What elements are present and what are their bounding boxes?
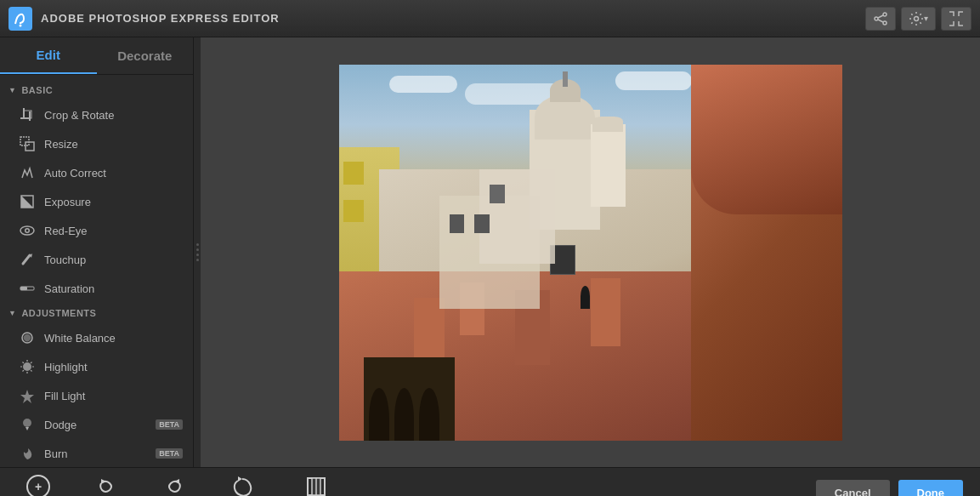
sidebar-item-dodge[interactable]: Dodge BETA xyxy=(0,410,193,439)
yellow-win2 xyxy=(343,200,364,223)
yellow-win1 xyxy=(343,162,364,185)
sidebar-scroll[interactable]: ▼ BASIC Crop & Rotate xyxy=(0,75,193,467)
settings-arrow: ▾ xyxy=(924,14,928,23)
section-basic[interactable]: ▼ BASIC xyxy=(0,80,193,100)
sidebar-item-white-balance[interactable]: White Balance xyxy=(0,323,193,352)
section-adjustments[interactable]: ▼ ADJUSTMENTS xyxy=(0,303,193,323)
svg-point-3 xyxy=(875,17,878,20)
view-original-tool[interactable]: View Original xyxy=(289,475,344,496)
sidebar-item-burn[interactable]: Burn BETA xyxy=(0,439,193,467)
svg-rect-20 xyxy=(20,287,27,290)
title-bar: ADOBE PHOTOSHOP EXPRESS EDITOR ▾ xyxy=(0,0,980,37)
svg-line-6 xyxy=(878,20,883,22)
basic-arrow: ▼ xyxy=(8,86,16,94)
app-logo xyxy=(8,7,32,31)
sidebar-item-red-eye[interactable]: Red-Eye xyxy=(0,216,193,245)
figure xyxy=(581,286,591,309)
dodge-beta-badge: BETA xyxy=(156,419,183,430)
svg-rect-12 xyxy=(20,137,29,145)
fill-light-icon xyxy=(19,387,36,404)
title-left: ADOBE PHOTOSHOP EXPRESS EDITOR xyxy=(8,7,280,31)
sidebar: Edit Decorate ▼ BASIC xyxy=(0,37,194,467)
burn-icon xyxy=(19,445,36,462)
title-right: ▾ xyxy=(865,7,972,31)
dodge-icon xyxy=(19,416,36,433)
bell-tower-top xyxy=(592,117,623,132)
sidebar-item-fill-light[interactable]: Fill Light xyxy=(0,381,193,410)
photo-container xyxy=(339,65,842,441)
edit-tabs: Edit Decorate xyxy=(0,37,193,75)
svg-point-7 xyxy=(915,16,919,20)
zoom-icon: + xyxy=(26,475,50,496)
exposure-icon xyxy=(19,193,36,210)
resize-icon xyxy=(19,135,36,152)
share-button[interactable] xyxy=(865,7,896,31)
cancel-button[interactable]: Cancel xyxy=(816,480,890,496)
bottom-tools: + Zoom Undo Redo xyxy=(17,475,344,496)
svg-point-22 xyxy=(23,362,31,371)
burn-beta-badge: BETA xyxy=(156,448,183,459)
terra-right-top xyxy=(691,65,842,215)
fullscreen-icon xyxy=(949,11,964,26)
bottom-actions: Cancel Done xyxy=(816,480,963,496)
svg-point-1 xyxy=(20,24,22,26)
auto-correct-icon xyxy=(19,164,36,181)
divider-handle xyxy=(196,243,199,261)
sidebar-item-exposure[interactable]: Exposure xyxy=(0,187,193,216)
sidebar-item-saturation[interactable]: Saturation xyxy=(0,274,193,303)
cloud3 xyxy=(615,71,692,90)
arch1 xyxy=(369,388,389,441)
white-wall2 xyxy=(479,169,555,264)
svg-marker-15 xyxy=(21,196,33,208)
touchup-icon xyxy=(19,251,36,268)
sidebar-item-highlight[interactable]: Highlight xyxy=(0,352,193,381)
wall-win2 xyxy=(474,214,490,233)
undo-icon xyxy=(94,475,118,496)
svg-marker-25 xyxy=(101,479,106,484)
sidebar-item-resize[interactable]: Resize xyxy=(0,129,193,158)
undo-tool[interactable]: Undo xyxy=(85,475,127,496)
done-button[interactable]: Done xyxy=(898,480,964,496)
sidebar-item-touchup[interactable]: Touchup xyxy=(0,245,193,274)
white-balance-icon xyxy=(19,329,36,346)
highlight-icon xyxy=(19,358,36,375)
bottom-toolbar: + Zoom Undo Redo xyxy=(0,467,980,496)
tab-decorate[interactable]: Decorate xyxy=(97,37,194,74)
svg-rect-10 xyxy=(29,111,31,121)
svg-rect-13 xyxy=(25,142,34,151)
reset-icon xyxy=(230,475,254,496)
reset-tool[interactable]: Reset xyxy=(221,475,263,496)
sidebar-item-auto-correct[interactable]: Auto Correct xyxy=(0,158,193,187)
wall-win3 xyxy=(490,185,505,203)
svg-point-2 xyxy=(883,13,887,16)
bell-tower xyxy=(591,124,626,207)
sidebar-item-crop-rotate[interactable]: Crop & Rotate xyxy=(0,100,193,129)
fullscreen-button[interactable] xyxy=(941,7,972,31)
canvas-area[interactable] xyxy=(201,37,980,467)
crop-icon xyxy=(19,106,36,123)
cloud1 xyxy=(389,76,457,93)
svg-point-4 xyxy=(883,21,887,25)
zoom-tool[interactable]: + Zoom xyxy=(17,475,59,496)
svg-marker-27 xyxy=(238,476,242,482)
svg-rect-0 xyxy=(8,7,32,31)
tab-edit[interactable]: Edit xyxy=(0,37,97,74)
redo-tool[interactable]: Redo xyxy=(153,475,195,496)
svg-line-5 xyxy=(878,15,883,18)
svg-point-18 xyxy=(26,230,29,232)
main-area: Edit Decorate ▼ BASIC xyxy=(0,37,980,467)
svg-marker-26 xyxy=(174,479,179,484)
svg-point-23 xyxy=(23,419,31,427)
share-icon xyxy=(873,11,888,26)
wall-win1 xyxy=(450,214,465,233)
cross-v xyxy=(563,71,568,87)
red-eye-icon xyxy=(19,222,36,239)
gear-icon xyxy=(909,11,924,26)
view-original-icon xyxy=(304,475,328,496)
settings-button[interactable]: ▾ xyxy=(901,7,936,31)
view-divider[interactable] xyxy=(194,37,201,467)
roof-struct4 xyxy=(591,278,621,346)
redo-icon xyxy=(162,475,186,496)
saturation-icon xyxy=(19,280,36,297)
adjustments-arrow: ▼ xyxy=(8,309,16,317)
